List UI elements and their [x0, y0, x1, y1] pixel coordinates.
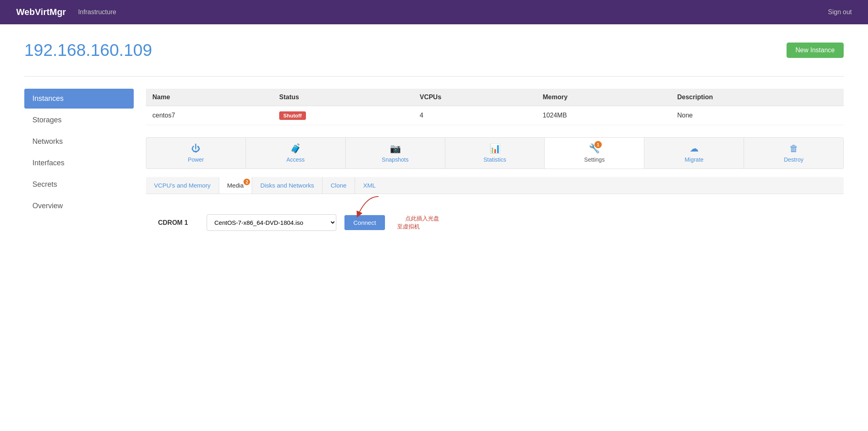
access-icon: 🧳 [290, 143, 301, 154]
settings-badge: 1 [594, 141, 602, 148]
tab-statistics-label: Statistics [483, 156, 506, 163]
header: WebVirtMgr Infrastructure Sign out [0, 0, 868, 24]
subtab-xml[interactable]: XML [355, 177, 384, 194]
main-content: 192.168.160.109 New Instance Instances S… [0, 24, 868, 431]
header-left: WebVirtMgr Infrastructure [16, 7, 116, 17]
tab-snapshots[interactable]: 📷 Snapshots [346, 138, 445, 169]
statistics-icon: 📊 [490, 143, 500, 154]
tab-settings-label: Settings [584, 156, 605, 163]
col-description: Description [671, 89, 844, 106]
tab-statistics[interactable]: 📊 Statistics [445, 138, 545, 169]
cdrom-label: CDROM 1 [158, 219, 199, 226]
destroy-icon: 🗑 [789, 143, 798, 154]
action-tabs: ⏻ Power 🧳 Access 📷 Snapshots 📊 Statistic… [146, 137, 844, 169]
tab-access-label: Access [286, 156, 305, 163]
tab-destroy[interactable]: 🗑 Destroy [744, 138, 843, 169]
status-badge: Shutoff [279, 111, 306, 120]
cdrom-select[interactable]: CentOS-7-x86_64-DVD-1804.iso (none) [207, 214, 336, 231]
subtab-clone[interactable]: Clone [323, 177, 355, 194]
col-name: Name [146, 89, 273, 106]
main-panel: Name Status VCPUs Memory Description cen… [146, 89, 844, 239]
sidebar-item-secrets[interactable]: Secrets [24, 175, 134, 194]
tab-settings[interactable]: 🔧 Settings 1 [545, 138, 644, 169]
page-header: 192.168.160.109 New Instance [24, 41, 844, 60]
snapshots-icon: 📷 [390, 143, 401, 154]
content-area: Instances Storages Networks Interfaces S… [24, 89, 844, 239]
sidebar-item-overview[interactable]: Overview [24, 196, 134, 216]
new-instance-button[interactable]: New Instance [787, 43, 844, 58]
signout-button[interactable]: Sign out [828, 9, 852, 16]
tab-power-label: Power [188, 156, 204, 163]
tab-migrate[interactable]: ☁ Migrate [644, 138, 744, 169]
instance-name: centos7 [146, 106, 273, 125]
cdrom-section: CDROM 1 CentOS-7-x86_64-DVD-1804.iso (no… [146, 206, 844, 239]
power-icon: ⏻ [191, 143, 200, 154]
annotation-text: 点此插入光盘 至虚拟机 [397, 215, 439, 230]
nav-infrastructure[interactable]: Infrastructure [78, 9, 116, 16]
instance-vcpus: 4 [413, 106, 537, 125]
brand-logo: WebVirtMgr [16, 7, 66, 17]
page-ip-address: 192.168.160.109 [24, 41, 152, 60]
instance-description: None [671, 106, 844, 125]
tab-migrate-label: Migrate [684, 156, 703, 163]
subtab-vcpu-memory[interactable]: VCPU's and Memory [146, 177, 219, 194]
instance-status: Shutoff [273, 106, 413, 125]
sidebar-item-instances[interactable]: Instances [24, 89, 134, 109]
instance-memory: 1024MB [536, 106, 671, 125]
sidebar: Instances Storages Networks Interfaces S… [24, 89, 146, 239]
annotation-arrow-svg [350, 194, 383, 219]
tab-snapshots-label: Snapshots [382, 156, 408, 163]
subtab-media[interactable]: Media 2 [219, 177, 252, 194]
table-row[interactable]: centos7 Shutoff 4 1024MB None [146, 106, 844, 125]
media-badge: 2 [244, 179, 250, 185]
tab-access[interactable]: 🧳 Access [246, 138, 346, 169]
tab-destroy-label: Destroy [784, 156, 803, 163]
sidebar-item-storages[interactable]: Storages [24, 110, 134, 130]
col-memory: Memory [536, 89, 671, 106]
sidebar-item-interfaces[interactable]: Interfaces [24, 153, 134, 173]
instances-table: Name Status VCPUs Memory Description cen… [146, 89, 844, 125]
sub-tabs: VCPU's and Memory Media 2 Disks and Netw… [146, 177, 844, 194]
migrate-icon: ☁ [690, 143, 699, 154]
col-vcpus: VCPUs [413, 89, 537, 106]
page-divider [24, 76, 844, 77]
col-status: Status [273, 89, 413, 106]
subtab-disks-networks[interactable]: Disks and Networks [252, 177, 323, 194]
sidebar-item-networks[interactable]: Networks [24, 132, 134, 151]
tab-power[interactable]: ⏻ Power [146, 138, 246, 169]
annotation-container: 点此插入光盘 至虚拟机 [397, 215, 439, 230]
